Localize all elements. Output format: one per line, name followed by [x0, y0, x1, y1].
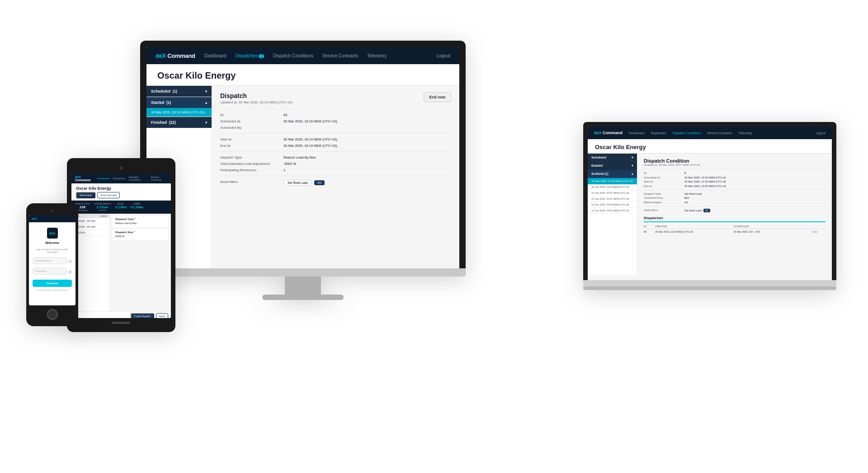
phone-welcome-text: Welcome [45, 241, 59, 244]
nav-telemetry[interactable]: Telemetry [367, 53, 387, 58]
tablet-stat-energy-value: 2.71kWh [94, 205, 111, 209]
col-events: Events [100, 215, 107, 217]
dispatch-value-type: Reduce Load By Max [283, 155, 316, 159]
laptop-sidebar-enabled[interactable]: Enabled ▾ [588, 162, 637, 170]
phone-password-field[interactable]: Password [33, 267, 67, 275]
monitor-app-content: Oscar Kilo Energy Scheduled (1) ▾ [146, 64, 459, 268]
tablet-dispatch-size-label: Dispatch Size * [115, 231, 165, 234]
sidebar-finished-label: Finished (22) [151, 120, 176, 125]
laptop-list-item-4[interactable]: 14 Jan 2020, 09:48 NEM (UTC+6) [588, 202, 637, 208]
dispatch-field-end-at: End at: 30 Mar 2020, 16:19 NEM (UTC+10) [220, 144, 451, 148]
end-now-button[interactable]: End now [424, 92, 451, 102]
tablet-nav-dispatches[interactable]: Dispatches [113, 177, 125, 180]
tablet-nav-service-contracts[interactable]: Service Contracts [151, 176, 167, 181]
tablet-reset-btn[interactable]: Reset [156, 313, 168, 318]
dispatch-value-id: 83 [283, 113, 287, 117]
tablet-asset-val-1: 25.0 kW [87, 220, 95, 222]
laptop-condition-title: Dispatch Condition [644, 158, 700, 164]
laptop-list-item-5[interactable]: 14 Jan 2020, 09:43 NEM (UTC+6) [588, 208, 637, 214]
set-real-load-button[interactable]: Set Real Load [283, 180, 311, 186]
laptop-brand: deX Command [594, 131, 623, 135]
laptop-nav-dashboard[interactable]: Dashboard [629, 131, 644, 135]
phone-eye-icon[interactable] [68, 270, 72, 274]
monitor-stand-top [140, 268, 466, 276]
condition-value-end-at: 25 Mar 2020, 13:00 NEM (UTC+6) [684, 185, 726, 187]
tablet-body: Asset Events 07/01/2020 25.0 kW 07/01/20… [71, 214, 171, 311]
nav-service-contracts[interactable]: Service Contracts [322, 53, 358, 58]
dispatch-row-view-link[interactable]: View [812, 230, 826, 233]
tablet-dispatch-type-label: Dispatch Type * [115, 218, 165, 220]
sidebar-started-item[interactable]: 30 Mar 2020, 16:14 NEM (UTC+10) [146, 108, 212, 117]
phone-nav: deX [29, 215, 75, 222]
monitor-stand-base [262, 295, 344, 300]
tablet-dispatch-type-val: Reduce Load by Max [115, 222, 137, 225]
dispatch-value-resources: 1 [283, 168, 285, 172]
condition-label-end-at: End at: [644, 185, 684, 187]
phone-home-button[interactable] [47, 309, 58, 320]
phone-clear-icon[interactable] [68, 260, 72, 263]
laptop-detail: Dispatch Condition Updated at: 30 Mar 20… [637, 154, 832, 275]
dispatch-label-scheduled-by: Scheduled By: [220, 126, 283, 130]
monitor-screen: deX Command Dashboard Dispatches1 Dispat… [146, 47, 459, 268]
tablet-create-dispatch-btn[interactable]: Create Dispatch [131, 313, 154, 318]
laptop-list-item-2[interactable]: 16 Jan 2020, 00:01 NEM (UTC+6) [588, 190, 637, 196]
tablet-asset-val-2: 25.0 kW [87, 225, 95, 228]
tablet-nav-dashboard[interactable]: Dashboard [97, 177, 109, 180]
sidebar-started-header[interactable]: Started (1) ▴ [146, 97, 212, 108]
laptop-sidebar-scheduled[interactable]: Scheduled ▾ [588, 154, 637, 162]
phone-continue-button[interactable]: Continue [33, 280, 72, 287]
sidebar-scheduled-header[interactable]: Scheduled (1) ▾ [146, 86, 212, 97]
nav-logout[interactable]: Logout [436, 53, 450, 58]
condition-field-type: Dispatch Type: Set Real Load [644, 192, 826, 195]
sidebar-finished-header[interactable]: Finished (22) ▾ [146, 117, 212, 128]
monitor-screen-border: deX Command Dashboard Dispatches1 Dispat… [140, 41, 466, 268]
monitor-dispatch-title-group: Dispatch Updated at: 30 Mar 2020, 16:16 … [220, 92, 292, 104]
laptop-sidebar-selected-item[interactable]: 25 Mar 2020, 12:25 NEM (UTC+6) [588, 178, 637, 184]
laptop-nav: deX Command Dashboard Dispatches Dispatc… [588, 126, 832, 139]
laptop-main: Scheduled ▾ Enabled ▾ Archived (1) ▴ [588, 154, 832, 275]
condition-value-type: Set Real Load [684, 192, 702, 195]
condition-asset-filter-group: Set Real Load SA [684, 209, 710, 212]
condition-value-start-at: 25 Mar 2020, 12:30 NEM (UTC+6) [684, 180, 726, 183]
dispatch-value-start-at: 30 Mar 2020, 16:14 NEM (UTC+10) [283, 137, 337, 141]
tablet-screen: deX Command Dashboard Dispatches Dispatc… [71, 173, 171, 318]
tablet-stat-noise-value: -1.19kW [115, 205, 127, 209]
chevron-up-icon-laptop: ▴ [632, 172, 633, 176]
nav-dispatches[interactable]: Dispatches1 [236, 53, 264, 58]
laptop-nav-dispatch-conditions[interactable]: Dispatch Conditions [673, 131, 701, 135]
nav-dashboard[interactable]: Dashboard [204, 53, 226, 58]
phone-email-field[interactable]: Email address [33, 257, 67, 264]
sidebar-section-finished: Finished (22) ▾ [146, 117, 212, 128]
sidebar-section-started: Started (1) ▴ 30 Mar 2020, 16:14 NEM (UT… [146, 97, 212, 117]
dispatch-field-load-adj: Total Estimated Load Adjustment: -5000 W [220, 162, 451, 166]
laptop-nav-dispatches[interactable]: Dispatches [651, 131, 666, 135]
tablet-nav-dispatch-conditions[interactable]: Dispatch Conditions [129, 176, 147, 181]
tablet-stats-bar: ASSETS TOTAL 238 238 Available STORED EN… [71, 201, 171, 214]
laptop-list-item-3[interactable]: 14 Jan 2020, 10:01 NEM (UTC+6) [588, 196, 637, 202]
nav-dispatch-conditions[interactable]: Dispatch Conditions [273, 53, 313, 58]
dispatch-label-load-adj: Total Estimated Load Adjustment: [220, 162, 283, 166]
condition-field-threshold: Threshold Price: $25 [644, 197, 826, 199]
tablet-send-command-btn[interactable]: Send Command [97, 192, 120, 198]
tablet-stat-lower-value: +1.19MW [130, 205, 143, 209]
tablet-view-assets-btn[interactable]: View Assets [76, 192, 95, 198]
laptop-sidebar-archived[interactable]: Archived (1) ▴ [588, 170, 637, 178]
phone-brand: deX [32, 217, 37, 220]
dispatch-field-resources: Participating Resources: 1 [220, 168, 451, 172]
laptop-sidebar-scheduled-label: Scheduled [591, 156, 606, 159]
monitor-app-header: Oscar Kilo Energy [146, 64, 459, 86]
chevron-down-icon-2: ▾ [205, 121, 207, 125]
condition-value-threshold: $25 [684, 197, 689, 199]
laptop-content: Oscar Kilo Energy Scheduled ▾ Enabled ▾ [588, 139, 832, 280]
dispatch-field-id: ID: 83 [220, 113, 451, 117]
tablet-camera [119, 166, 123, 170]
dispatch-value-scheduled-at: 30 Mar 2020, 16:15 NEM (UTC+10) [283, 119, 337, 123]
laptop-nav-logout[interactable]: Logout [816, 131, 826, 135]
tablet-header: Oscar Kilo Energy View Assets Send Comma… [71, 183, 171, 201]
laptop-list-item-1[interactable]: 30 Jan 2020, 16:43 NEM (UTC+6) [588, 184, 637, 190]
dispatch-value-load-adj: -5000 W [283, 162, 296, 166]
phone-content: deX Welcome Log in to deX to continue to… [29, 222, 75, 305]
laptop-nav-telemetry[interactable]: Telemetry [738, 131, 752, 135]
laptop-nav-service-contracts[interactable]: Service Contracts [707, 131, 732, 135]
phone-border: deX deX Welcome Log in to deX to continu… [26, 203, 78, 326]
